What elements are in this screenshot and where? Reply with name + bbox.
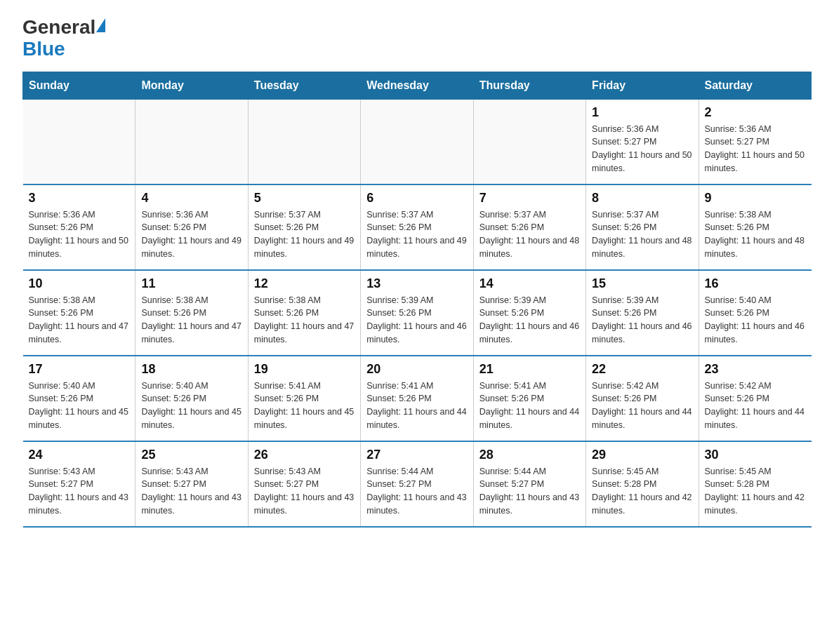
day-info: Sunrise: 5:43 AMSunset: 5:27 PMDaylight:… <box>141 465 241 518</box>
day-number: 7 <box>479 191 580 206</box>
calendar-day-cell: 5Sunrise: 5:37 AMSunset: 5:26 PMDaylight… <box>248 185 360 270</box>
day-number: 20 <box>366 362 467 377</box>
calendar-day-cell: 13Sunrise: 5:39 AMSunset: 5:26 PMDayligh… <box>361 270 473 356</box>
day-number: 19 <box>254 362 355 377</box>
calendar-day-cell: 11Sunrise: 5:38 AMSunset: 5:26 PMDayligh… <box>135 270 248 356</box>
calendar-day-cell: 15Sunrise: 5:39 AMSunset: 5:26 PMDayligh… <box>586 270 699 356</box>
calendar-day-cell: 12Sunrise: 5:38 AMSunset: 5:26 PMDayligh… <box>248 270 360 356</box>
day-number: 12 <box>254 276 355 291</box>
day-number: 26 <box>254 448 355 462</box>
calendar-column-header: Sunday <box>23 72 135 99</box>
calendar-day-cell: 19Sunrise: 5:41 AMSunset: 5:26 PMDayligh… <box>248 356 360 441</box>
day-info: Sunrise: 5:37 AMSunset: 5:26 PMDaylight:… <box>479 208 580 261</box>
day-info: Sunrise: 5:45 AMSunset: 5:28 PMDaylight:… <box>705 465 806 518</box>
calendar-day-cell: 1Sunrise: 5:36 AMSunset: 5:27 PMDaylight… <box>586 99 699 185</box>
calendar-week-row: 1Sunrise: 5:36 AMSunset: 5:27 PMDaylight… <box>23 99 812 185</box>
day-number: 14 <box>479 276 580 291</box>
calendar-column-header: Thursday <box>473 72 585 99</box>
day-info: Sunrise: 5:41 AMSunset: 5:26 PMDaylight:… <box>479 380 580 432</box>
day-info: Sunrise: 5:38 AMSunset: 5:26 PMDaylight:… <box>705 208 806 261</box>
day-info: Sunrise: 5:44 AMSunset: 5:27 PMDaylight:… <box>479 465 580 518</box>
day-info: Sunrise: 5:43 AMSunset: 5:27 PMDaylight:… <box>29 465 130 518</box>
calendar-header-row: SundayMondayTuesdayWednesdayThursdayFrid… <box>23 72 812 99</box>
day-number: 16 <box>705 276 806 291</box>
day-info: Sunrise: 5:37 AMSunset: 5:26 PMDaylight:… <box>366 208 467 261</box>
day-number: 28 <box>479 448 580 462</box>
day-number: 15 <box>592 276 692 291</box>
day-info: Sunrise: 5:39 AMSunset: 5:26 PMDaylight:… <box>592 294 692 347</box>
calendar-week-row: 3Sunrise: 5:36 AMSunset: 5:26 PMDaylight… <box>23 185 812 270</box>
day-info: Sunrise: 5:45 AMSunset: 5:28 PMDaylight:… <box>592 465 692 518</box>
day-info: Sunrise: 5:41 AMSunset: 5:26 PMDaylight:… <box>366 380 467 432</box>
day-info: Sunrise: 5:37 AMSunset: 5:26 PMDaylight:… <box>592 208 692 261</box>
day-number: 2 <box>705 105 806 120</box>
day-number: 5 <box>254 191 355 206</box>
day-info: Sunrise: 5:36 AMSunset: 5:27 PMDaylight:… <box>592 123 692 175</box>
day-info: Sunrise: 5:36 AMSunset: 5:26 PMDaylight:… <box>141 208 241 261</box>
day-number: 23 <box>705 362 806 377</box>
day-number: 21 <box>479 362 580 377</box>
day-number: 27 <box>366 448 467 462</box>
calendar-day-cell <box>23 99 135 185</box>
calendar-day-cell <box>135 99 248 185</box>
day-info: Sunrise: 5:40 AMSunset: 5:26 PMDaylight:… <box>141 380 241 432</box>
calendar-day-cell: 27Sunrise: 5:44 AMSunset: 5:27 PMDayligh… <box>361 441 473 527</box>
calendar-day-cell: 18Sunrise: 5:40 AMSunset: 5:26 PMDayligh… <box>135 356 248 441</box>
day-number: 17 <box>29 362 130 377</box>
logo: General Blue <box>22 17 105 60</box>
day-info: Sunrise: 5:39 AMSunset: 5:26 PMDaylight:… <box>366 294 467 347</box>
calendar-column-header: Saturday <box>699 72 811 99</box>
calendar-day-cell: 14Sunrise: 5:39 AMSunset: 5:26 PMDayligh… <box>473 270 585 356</box>
calendar-day-cell <box>248 99 360 185</box>
day-number: 3 <box>29 191 130 206</box>
day-info: Sunrise: 5:38 AMSunset: 5:26 PMDaylight:… <box>29 294 130 347</box>
day-number: 30 <box>705 448 806 462</box>
logo-blue-text: Blue <box>22 38 65 60</box>
calendar-day-cell: 7Sunrise: 5:37 AMSunset: 5:26 PMDaylight… <box>473 185 585 270</box>
calendar-day-cell: 28Sunrise: 5:44 AMSunset: 5:27 PMDayligh… <box>473 441 585 527</box>
calendar-week-row: 10Sunrise: 5:38 AMSunset: 5:26 PMDayligh… <box>23 270 812 356</box>
day-info: Sunrise: 5:42 AMSunset: 5:26 PMDaylight:… <box>705 380 806 432</box>
day-number: 4 <box>141 191 241 206</box>
calendar-column-header: Tuesday <box>248 72 360 99</box>
calendar-column-header: Monday <box>135 72 248 99</box>
logo-triangle-icon <box>96 18 105 32</box>
calendar-day-cell: 22Sunrise: 5:42 AMSunset: 5:26 PMDayligh… <box>586 356 699 441</box>
day-info: Sunrise: 5:38 AMSunset: 5:26 PMDaylight:… <box>141 294 241 347</box>
calendar-day-cell: 6Sunrise: 5:37 AMSunset: 5:26 PMDaylight… <box>361 185 473 270</box>
calendar-column-header: Wednesday <box>361 72 473 99</box>
calendar-day-cell <box>473 99 585 185</box>
day-info: Sunrise: 5:44 AMSunset: 5:27 PMDaylight:… <box>366 465 467 518</box>
calendar-table: SundayMondayTuesdayWednesdayThursdayFrid… <box>22 72 812 528</box>
day-info: Sunrise: 5:43 AMSunset: 5:27 PMDaylight:… <box>254 465 355 518</box>
day-info: Sunrise: 5:42 AMSunset: 5:26 PMDaylight:… <box>592 380 692 432</box>
page-header: General Blue <box>22 17 812 60</box>
logo-general-text: General <box>22 16 95 38</box>
calendar-day-cell: 17Sunrise: 5:40 AMSunset: 5:26 PMDayligh… <box>23 356 135 441</box>
calendar-day-cell: 2Sunrise: 5:36 AMSunset: 5:27 PMDaylight… <box>699 99 811 185</box>
day-info: Sunrise: 5:36 AMSunset: 5:27 PMDaylight:… <box>705 123 806 175</box>
day-info: Sunrise: 5:37 AMSunset: 5:26 PMDaylight:… <box>254 208 355 261</box>
calendar-body: 1Sunrise: 5:36 AMSunset: 5:27 PMDaylight… <box>23 99 812 527</box>
day-info: Sunrise: 5:36 AMSunset: 5:26 PMDaylight:… <box>29 208 130 261</box>
day-number: 9 <box>705 191 806 206</box>
day-number: 6 <box>366 191 467 206</box>
day-number: 1 <box>592 105 692 120</box>
calendar-day-cell <box>361 99 473 185</box>
day-number: 18 <box>141 362 241 377</box>
calendar-day-cell: 8Sunrise: 5:37 AMSunset: 5:26 PMDaylight… <box>586 185 699 270</box>
calendar-week-row: 24Sunrise: 5:43 AMSunset: 5:27 PMDayligh… <box>23 441 812 527</box>
calendar-day-cell: 16Sunrise: 5:40 AMSunset: 5:26 PMDayligh… <box>699 270 811 356</box>
calendar-day-cell: 25Sunrise: 5:43 AMSunset: 5:27 PMDayligh… <box>135 441 248 527</box>
day-number: 13 <box>366 276 467 291</box>
day-info: Sunrise: 5:41 AMSunset: 5:26 PMDaylight:… <box>254 380 355 432</box>
day-info: Sunrise: 5:39 AMSunset: 5:26 PMDaylight:… <box>479 294 580 347</box>
day-number: 10 <box>29 276 130 291</box>
calendar-day-cell: 29Sunrise: 5:45 AMSunset: 5:28 PMDayligh… <box>586 441 699 527</box>
calendar-day-cell: 20Sunrise: 5:41 AMSunset: 5:26 PMDayligh… <box>361 356 473 441</box>
calendar-day-cell: 3Sunrise: 5:36 AMSunset: 5:26 PMDaylight… <box>23 185 135 270</box>
day-info: Sunrise: 5:40 AMSunset: 5:26 PMDaylight:… <box>29 380 130 432</box>
day-number: 8 <box>592 191 692 206</box>
day-number: 24 <box>29 448 130 462</box>
calendar-day-cell: 24Sunrise: 5:43 AMSunset: 5:27 PMDayligh… <box>23 441 135 527</box>
